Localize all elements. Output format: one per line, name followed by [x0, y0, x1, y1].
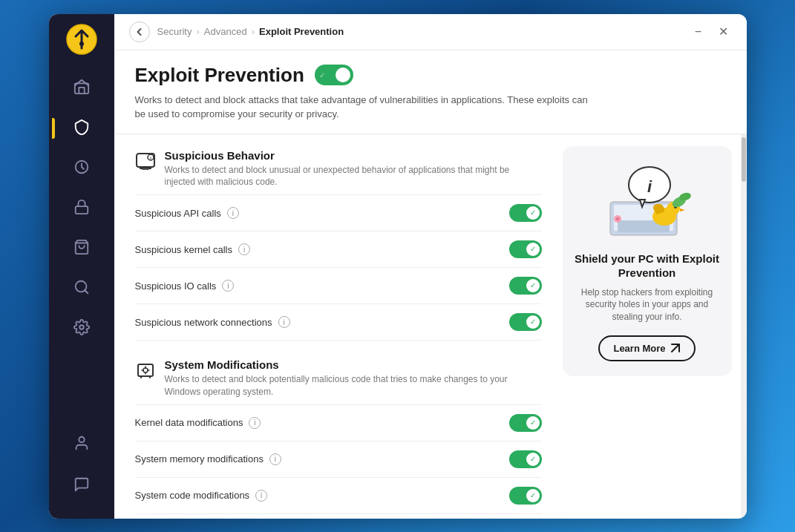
kernel-data-toggle[interactable] — [509, 414, 542, 432]
system-mods-settings: Kernel data modifications i System memor… — [135, 404, 542, 514]
card-illustration: i — [599, 161, 696, 243]
shield-icon — [73, 119, 90, 138]
kernel-calls-info[interactable]: i — [238, 243, 250, 255]
sys-memory-toggle[interactable] — [509, 450, 542, 468]
app-logo — [65, 23, 98, 56]
svg-text:!: ! — [150, 156, 151, 160]
card-title: Shield your PC with Exploit Prevention — [575, 252, 720, 280]
svg-line-7 — [85, 290, 88, 293]
api-calls-label: Suspicious API calls i — [135, 207, 239, 219]
svg-point-9 — [79, 436, 84, 441]
main-content: Security › Advanced › Exploit Prevention… — [114, 14, 747, 519]
card-description: Help stop hackers from exploiting securi… — [575, 286, 720, 324]
api-calls-info[interactable]: i — [227, 207, 239, 219]
content-area: ! Suspicious Behavior Works to detect an… — [114, 134, 747, 519]
io-calls-info[interactable]: i — [222, 280, 234, 292]
network-info[interactable]: i — [278, 316, 290, 328]
svg-point-30 — [616, 217, 619, 220]
sidebar-bottom — [58, 427, 105, 510]
io-calls-toggle[interactable] — [509, 277, 542, 295]
sidebar-item-privacy[interactable] — [58, 191, 105, 226]
suspicious-behavior-settings: Suspicious API calls i Suspicious kernel… — [135, 194, 542, 341]
breadcrumb-sep2: › — [252, 26, 255, 37]
sidebar-item-account[interactable] — [58, 427, 105, 462]
system-mods-icon — [135, 360, 156, 385]
setting-row-sys-memory: System memory modifications i — [135, 441, 542, 478]
network-toggle[interactable] — [509, 313, 542, 331]
svg-text:i: i — [647, 177, 652, 196]
scrollbar-track[interactable] — [741, 134, 747, 519]
learn-more-button[interactable]: Learn More — [598, 335, 695, 361]
suspicious-behavior-section: ! Suspicious Behavior Works to detect an… — [135, 149, 542, 341]
kernel-calls-label: Suspicious kernel calls i — [135, 243, 251, 255]
sidebar-item-home[interactable] — [58, 70, 105, 106]
sidebar-item-search[interactable] — [58, 271, 105, 306]
setting-row-network: Suspicious network connections i — [135, 304, 542, 341]
sidebar-nav — [58, 70, 105, 427]
kernel-data-label: Kernel data modifications i — [135, 417, 261, 429]
setting-row-api-calls: Suspicious API calls i — [135, 195, 542, 231]
side-card: i — [563, 134, 741, 519]
close-button[interactable]: ✕ — [716, 24, 732, 40]
account-icon — [73, 435, 90, 454]
suspicious-behavior-desc: Works to detect and block unusual or une… — [165, 164, 521, 189]
sys-memory-info[interactable]: i — [269, 453, 281, 465]
svg-point-8 — [79, 325, 84, 329]
sys-code-info[interactable]: i — [255, 490, 267, 502]
suspicious-behavior-title: Suspicious Behavior — [165, 149, 521, 162]
store-icon — [73, 239, 90, 258]
svg-marker-26 — [680, 208, 685, 211]
setting-row-kernel-calls: Suspicious kernel calls i — [135, 231, 542, 268]
svg-rect-2 — [74, 83, 88, 93]
svg-point-1 — [79, 42, 84, 46]
sidebar-item-settings[interactable] — [58, 311, 105, 347]
card-box: i — [563, 146, 732, 376]
setting-row-io-calls: Suspicious IO calls i — [135, 268, 542, 304]
io-calls-label: Suspicious IO calls i — [135, 280, 235, 292]
system-modifications-section: System Modifications Works to detect and… — [135, 358, 542, 514]
page-description: Works to detect and block attacks that t… — [135, 93, 595, 122]
app-window: Security › Advanced › Exploit Prevention… — [49, 14, 747, 519]
sidebar-item-store[interactable] — [58, 231, 105, 266]
suspicious-behavior-icon: ! — [135, 151, 156, 176]
main-toggle[interactable]: ✓ — [315, 65, 353, 85]
system-mods-title: System Modifications — [165, 358, 521, 371]
sidebar-item-performance[interactable] — [58, 151, 105, 186]
api-calls-toggle[interactable] — [509, 204, 542, 222]
kernel-calls-toggle[interactable] — [509, 240, 542, 258]
gear-icon — [73, 319, 90, 338]
window-controls: − ✕ — [690, 24, 732, 40]
svg-point-16 — [143, 368, 148, 372]
breadcrumb-sep1: › — [196, 26, 199, 37]
settings-panel: ! Suspicious Behavior Works to detect an… — [114, 134, 563, 519]
page-title: Exploit Prevention — [135, 64, 304, 87]
breadcrumb: Security › Advanced › Exploit Prevention — [129, 22, 344, 42]
search-icon — [73, 279, 90, 298]
sidebar-item-support[interactable] — [58, 468, 105, 504]
svg-rect-4 — [75, 206, 88, 214]
page-header: Exploit Prevention ✓ Works to detect and… — [114, 50, 747, 134]
performance-icon — [73, 159, 90, 178]
minimize-button[interactable]: − — [690, 24, 707, 40]
sidebar-item-security[interactable] — [58, 111, 105, 146]
chat-icon — [73, 476, 90, 496]
setting-row-sys-code: System code modifications i — [135, 478, 542, 514]
kernel-data-info[interactable]: i — [249, 417, 261, 429]
privacy-icon — [73, 199, 90, 218]
sys-memory-label: System memory modifications i — [135, 453, 281, 465]
breadcrumb-current: Exploit Prevention — [259, 26, 344, 37]
home-icon — [73, 79, 90, 98]
network-label: Suspicious network connections i — [135, 316, 290, 328]
breadcrumb-security[interactable]: Security — [157, 26, 192, 37]
setting-row-kernel-data: Kernel data modifications i — [135, 405, 542, 441]
back-button[interactable] — [129, 22, 150, 42]
sys-code-label: System code modifications i — [135, 490, 268, 502]
learn-more-label: Learn More — [613, 343, 665, 354]
sys-code-toggle[interactable] — [509, 487, 542, 505]
breadcrumb-advanced[interactable]: Advanced — [204, 26, 247, 37]
system-mods-desc: Works to detect and block potentially ma… — [165, 373, 521, 398]
svg-rect-12 — [142, 168, 149, 170]
title-bar: Security › Advanced › Exploit Prevention… — [114, 14, 747, 50]
sidebar — [49, 14, 114, 519]
